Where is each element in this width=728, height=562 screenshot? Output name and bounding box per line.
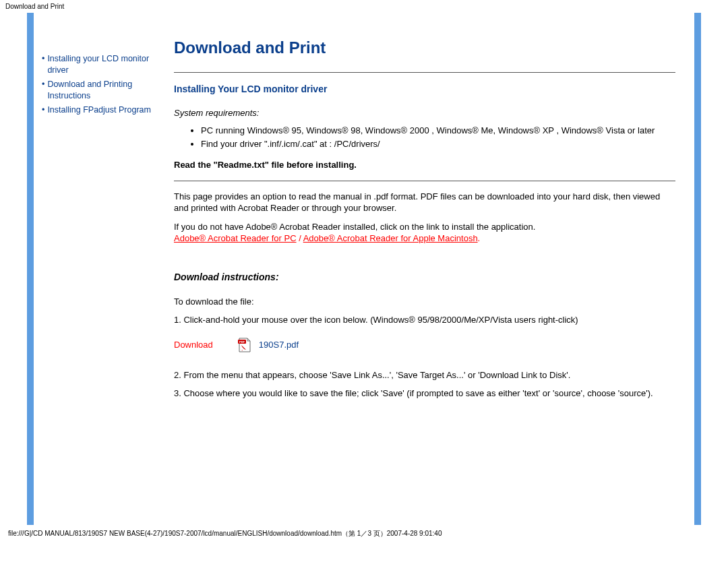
- acrobat-pc-link[interactable]: Adobe® Acrobat Reader for PC: [174, 233, 297, 243]
- top-label: Download and Print: [0, 0, 728, 13]
- bullet-icon: •: [42, 79, 44, 90]
- bullet-icon: •: [42, 104, 44, 116]
- sidebar-item-install-driver[interactable]: • Installing your LCD monitor driver: [42, 53, 160, 76]
- download-row: Download PDF 190S7.pdf: [174, 337, 675, 353]
- sidebar-item-download-print[interactable]: • Download and Printing Instructions: [42, 79, 160, 102]
- acrobat-mac-link[interactable]: Adobe® Acrobat Reader for Apple Macintos…: [303, 233, 478, 243]
- footer-path: file:///G|/CD MANUAL/813/190S7 NEW BASE(…: [0, 525, 728, 538]
- text-sep: /: [297, 233, 303, 243]
- step-1: 1. Click-and-hold your mouse over the ic…: [174, 314, 675, 326]
- text-end: .: [478, 233, 481, 243]
- divider: [174, 181, 675, 181]
- pdf-file-link[interactable]: 190S7.pdf: [259, 340, 299, 350]
- bullet-icon: •: [42, 53, 44, 65]
- pdf-icon[interactable]: PDF: [237, 337, 252, 353]
- page-frame: • Installing your LCD monitor driver • D…: [27, 13, 701, 525]
- sidebar-link[interactable]: Installing your LCD monitor driver: [47, 53, 160, 76]
- readme-warning: Read the "Readme.txt" file before instal…: [174, 159, 675, 171]
- sysreq-list: PC running Windows® 95, Windows® 98, Win…: [174, 125, 675, 150]
- paragraph: This page provides an option to read the…: [174, 191, 675, 214]
- sysreq-label: System requirements:: [174, 108, 675, 118]
- divider: [174, 72, 675, 73]
- section-heading-install: Installing Your LCD monitor driver: [174, 84, 675, 94]
- right-blue-bar: [694, 13, 701, 525]
- to-download-label: To download the file:: [174, 296, 675, 308]
- sidebar-link[interactable]: Installing FPadjust Program: [47, 104, 151, 116]
- svg-text:PDF: PDF: [239, 340, 245, 343]
- step-2: 2. From the menu that appears, choose 'S…: [174, 369, 675, 381]
- sidebar-link[interactable]: Download and Printing Instructions: [47, 79, 160, 102]
- page-title: Download and Print: [174, 38, 675, 57]
- list-item: PC running Windows® 95, Windows® 98, Win…: [201, 125, 675, 137]
- main-content: Download and Print Installing Your LCD m…: [167, 13, 694, 525]
- download-instructions-heading: Download instructions:: [174, 272, 675, 282]
- paragraph-acrobat: If you do not have Adobe® Acrobat Reader…: [174, 221, 675, 245]
- text: If you do not have Adobe® Acrobat Reader…: [174, 222, 535, 232]
- left-blue-bar: [27, 13, 34, 525]
- list-item: Find your driver ".inf/.icm/.cat" at : /…: [201, 138, 675, 150]
- download-label: Download: [174, 340, 213, 350]
- step-3: 3. Choose where you would like to save t…: [174, 387, 675, 400]
- sidebar: • Installing your LCD monitor driver • D…: [34, 13, 167, 525]
- sidebar-item-fpadjust[interactable]: • Installing FPadjust Program: [42, 104, 160, 116]
